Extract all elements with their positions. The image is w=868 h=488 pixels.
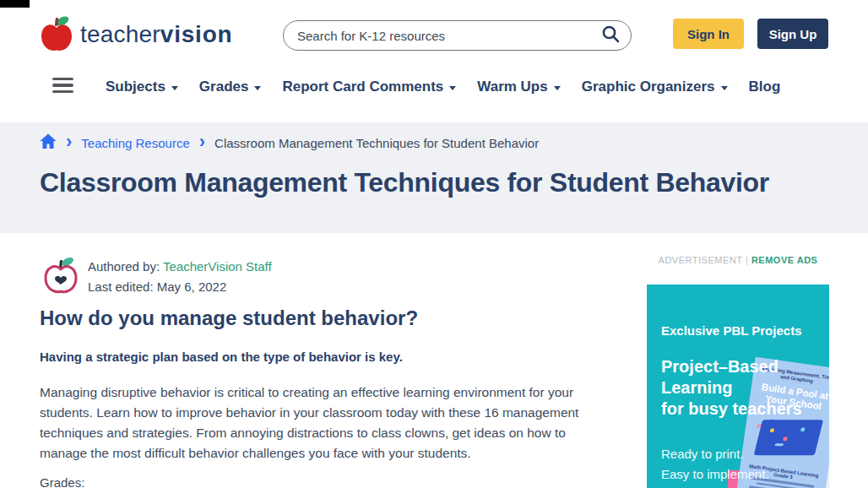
teachervision-logo[interactable]: teachervision [40,14,233,56]
hamburger-menu-icon[interactable] [52,78,73,93]
top-left-black-bar [0,0,30,8]
page-title: Classroom Management Techniques for Stud… [40,167,769,198]
chevron-right-icon: › [199,134,205,149]
pool-illustration [754,420,823,455]
nav-label: Grades [199,79,249,95]
chevron-right-icon: › [66,134,72,149]
search-bar[interactable] [283,20,632,51]
nav-label: Subjects [106,79,165,95]
remove-ads-link[interactable]: REMOVE ADS [751,255,818,265]
nav-item-report-card-comments[interactable]: Report Card Comments [282,79,456,95]
nav-label: Report Card Comments [282,79,443,95]
ad-headline-line: Learning [661,377,802,399]
last-edited: Last edited: May 6, 2022 [88,277,272,297]
search-button[interactable] [601,24,621,46]
chevron-down-icon [721,86,728,90]
nav-label: Graphic Organizers [582,79,715,95]
author-info: Authored by: TeacherVision Staff Last ed… [88,257,272,297]
nav-item-grades[interactable]: Grades [199,79,262,95]
advertisement-label: ADVERTISEMENT [659,255,743,265]
author-name-link[interactable]: TeacherVision Staff [163,259,272,274]
search-icon [601,24,621,46]
ad-headline-line: for busy teachers [661,399,802,420]
teachervision-page: teachervision Sign In Sign Up Subjects G… [0,0,868,488]
article-body: Managing disruptive behavior is critical… [40,382,607,464]
nav-item-graphic-organizers[interactable]: Graphic Organizers [582,79,728,95]
chevron-down-icon [554,86,561,90]
breadcrumb-current: Classroom Management Techniques for Stud… [214,136,539,150]
logo-text: teachervision [80,21,233,48]
ad-headline-line: Project–Based [661,356,802,377]
chevron-down-icon [171,86,178,90]
ad-eyebrow: Exclusive PBL Projects [661,323,801,338]
advertisement-banner[interactable]: Exploring Measurement, Time and Graphing… [647,285,829,488]
authored-by-line: Authored by: TeacherVision Staff [88,257,272,277]
logo-text-vision: vision [160,21,233,47]
hero-section: › Teaching Resource › Classroom Manageme… [0,122,868,233]
chevron-down-icon [449,86,456,90]
sign-up-button[interactable]: Sign Up [757,19,828,49]
apple-logo-icon [40,14,73,56]
article-intro: Having a strategic plan based on the typ… [40,350,403,364]
authored-by-label: Authored by: [88,259,163,274]
article-heading: How do you manage student behavior? [40,306,418,330]
breadcrumb-teaching-resource[interactable]: Teaching Resource [81,136,189,150]
breadcrumb: › Teaching Resource › Classroom Manageme… [40,133,539,153]
nav-item-blog[interactable]: Blog [749,79,781,95]
ad-benefit-line: Easy to implement. [661,467,769,481]
home-icon[interactable] [40,133,57,153]
sign-in-button[interactable]: Sign In [673,19,744,49]
logo-text-teacher: teacher [80,21,160,47]
ad-label-row: ADVERTISEMENT | REMOVE ADS [647,255,829,265]
chevron-down-icon [254,86,261,90]
main-nav: Subjects Grades Report Card Comments War… [106,74,780,100]
nav-label: Warm Ups [477,79,547,95]
grades-label: Grades: [40,475,84,488]
author-avatar-apple-icon [42,255,79,299]
ad-benefit-line: Ready to print. [661,447,744,461]
nav-item-warm-ups[interactable]: Warm Ups [477,79,560,95]
search-input[interactable] [297,29,601,43]
nav-item-subjects[interactable]: Subjects [106,79,178,95]
ad-headline: Project–Based Learning for busy teachers [661,356,802,420]
ad-separator: | [746,255,748,265]
nav-label: Blog [749,79,781,95]
